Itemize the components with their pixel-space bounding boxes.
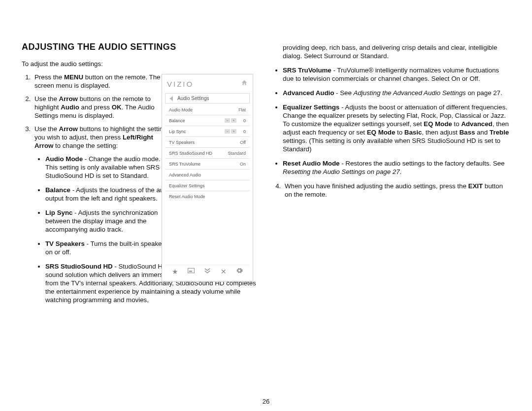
bullet-right-1: Advanced Audio - See Adjusting the Advan… [283,89,510,97]
osd-row-label: Reset Audio Mode [169,194,205,199]
step-2: Use the Arrow buttons on the remote to h… [33,95,173,120]
bullet-left-0: Audio Mode - Change the audio mode. This… [45,155,173,180]
osd-row-5: SRS TruVolumeOn [165,159,250,170]
step-3-text: Use the Arrow buttons to highlight the s… [34,125,166,149]
back-icon [169,96,173,101]
osd-row-slider: −+0 [224,129,246,134]
osd-row-label: Equalizer Settings [169,183,205,188]
step-3: Use the Arrow buttons to highlight the s… [33,125,173,304]
right-bullet-list: SRS TruVolume - TruVolume® intelligently… [272,66,510,176]
osd-row-label: SRS TruVolume [169,162,200,167]
intro-text: To adjust the audio settings: [22,60,260,68]
minus-icon: − [225,118,230,123]
steps-continued: When you have finished adjusting the aud… [272,182,510,199]
plus-icon: + [231,118,236,123]
gear-icon [236,267,243,275]
osd-row-value: On [240,162,246,167]
step-4: When you have finished adjusting the aud… [283,182,510,199]
manual-page: VIZIO Audio Settings Audio ModeFlatBalan… [0,0,532,411]
osd-row-value: 0 [240,129,246,134]
bullet-left-1: Balance - Adjusts the loudness of the au… [45,186,173,203]
osd-bottom-bar: ★ ✕ [165,265,250,277]
osd-row-4: SRS StudioSound HDStandard [165,148,250,159]
step-3-sub-narrow: Audio Mode - Change the audio mode. This… [34,155,173,256]
osd-row-label: Audio Mode [169,107,193,112]
svg-rect-0 [188,268,195,273]
osd-rows: Audio ModeFlatBalance−+0Lip Sync−+0TV Sp… [165,104,250,202]
osd-row-1: Balance−+0 [165,115,250,126]
bullet-left-2: Lip Sync - Adjusts the syn­chronization … [45,208,173,234]
bullet-left-3: TV Speakers - Turns the built-in speaker… [45,240,173,256]
osd-row-8: Reset Audio Mode [165,191,250,202]
cc-rect-icon [188,267,195,275]
osd-section-header: Audio Settings [165,93,250,103]
osd-row-3: TV SpeakersOff [165,137,250,148]
osd-row-value: Flat [238,107,246,112]
osd-row-label: TV Speakers [169,140,195,145]
osd-row-6: Advanced Audio [165,170,250,180]
svg-rect-1 [189,271,192,272]
osd-row-value: 0 [240,118,246,123]
osd-row-label: Advanced Audio [169,172,201,177]
page-number: 26 [0,398,532,405]
osd-row-7: Equalizer Settings [165,180,250,191]
osd-figure: VIZIO Audio Settings Audio ModeFlatBalan… [162,74,253,282]
section-heading: ADJUSTING THE AUDIO SETTINGS [22,41,260,53]
osd-row-2: Lip Sync−+0 [165,126,250,137]
osd-row-value: Off [240,140,246,145]
right-cont-list: providing deep, rich bass, and deliverin… [272,43,510,60]
osd-topbar: VIZIO [162,74,253,91]
bullet-right-3: Reset Audio Mode - Restores the audio se… [283,159,510,176]
v-chevron-icon [204,267,211,275]
bullet-right-2: Equalizer Settings - Adjusts the boost o… [283,103,510,153]
osd-row-value: Standard [228,151,246,156]
right-column: providing deep, rich bass, and deliverin… [272,41,510,375]
osd-row-0: Audio ModeFlat [165,104,250,115]
minus-icon: − [225,129,230,134]
osd-brand: VIZIO [167,80,194,88]
osd-row-label: SRS StudioSound HD [169,151,212,156]
home-icon [241,79,248,88]
step-1: Press the MENU button on the remote. The… [33,73,173,90]
close-x-icon: ✕ [221,268,227,275]
srs-studiosound-continuation: providing deep, rich bass, and deliverin… [272,43,510,60]
plus-icon: + [231,129,236,134]
osd-row-label: Lip Sync [169,129,186,134]
osd-row-slider: −+0 [224,118,246,123]
bullet-right-0: SRS TruVolume - TruVolume® intelligently… [283,66,510,83]
osd-row-label: Balance [169,118,185,123]
osd-section-title: Audio Settings [177,96,209,101]
star-icon: ★ [172,268,178,275]
